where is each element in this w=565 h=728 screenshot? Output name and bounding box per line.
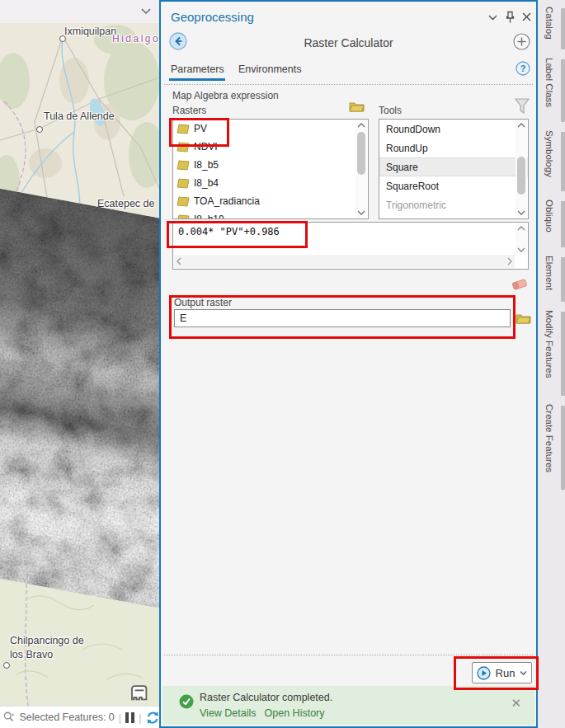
- map-view[interactable]: Ecatepec de los: [0, 23, 159, 706]
- rasters-scrollbar[interactable]: [355, 120, 367, 218]
- raster-item-i8b5[interactable]: I8_b5: [173, 156, 368, 174]
- tool-item-square[interactable]: Square: [379, 157, 528, 176]
- tool-item-rounddown[interactable]: RoundDown: [379, 120, 528, 139]
- section-divider: [164, 84, 533, 85]
- raster-item-toa[interactable]: TOA_radiancia: [173, 192, 368, 210]
- close-panel-icon[interactable]: [521, 12, 532, 22]
- tab-parameters[interactable]: Parameters: [171, 63, 224, 75]
- tab-rail: [561, 406, 565, 490]
- tab-catalog[interactable]: Catalog: [539, 7, 559, 51]
- tools-listbox[interactable]: RoundDown RoundUp Square SquareRoot Trig…: [379, 119, 529, 219]
- tab-obliquo[interactable]: Obliquo: [539, 200, 559, 249]
- pin-icon[interactable]: [505, 11, 516, 24]
- scrollbar-thumb[interactable]: [357, 132, 365, 175]
- expression-vscroll[interactable]: [516, 223, 527, 255]
- map-toolbar-strip: [0, 0, 159, 24]
- run-button[interactable]: Run: [472, 662, 532, 683]
- map-label-tula: Tula de Allende: [44, 110, 115, 122]
- tab-element[interactable]: Element: [539, 256, 559, 303]
- refresh-icon[interactable]: [146, 711, 159, 725]
- map-status-bar: Selected Features: 0 | |: [0, 706, 159, 728]
- scroll-down-icon[interactable]: [356, 209, 366, 216]
- open-history-link[interactable]: Open History: [265, 707, 325, 719]
- raster-shading: [0, 186, 159, 611]
- statusbar-divider: |: [119, 712, 121, 724]
- map-label-ixmiquilpan: Ixmiquilpan: [64, 26, 116, 37]
- scroll-left-icon[interactable]: [176, 256, 182, 266]
- raster-layer-icon: [177, 142, 190, 153]
- tab-rail: [561, 201, 565, 247]
- pause-drawing-icon[interactable]: [125, 712, 134, 723]
- city-marker-tula: [36, 126, 43, 133]
- popup-pane-icon[interactable]: [129, 683, 149, 702]
- add-tool-icon[interactable]: [513, 33, 530, 50]
- footer-divider: [164, 655, 533, 655]
- notification-close-icon[interactable]: ✕: [511, 697, 521, 709]
- raster-layer-icon: [177, 124, 190, 134]
- raster-layer-image: [0, 186, 159, 611]
- rasters-label: Rasters: [172, 105, 206, 116]
- panel-title: Geoprocessing: [171, 10, 254, 24]
- raster-item-i8b4[interactable]: I8_b4: [173, 174, 368, 192]
- explore-magnifier-icon[interactable]: [2, 711, 15, 724]
- arcgis-pro-window: Ecatepec de los: [0, 0, 565, 728]
- scroll-up-icon[interactable]: [356, 122, 366, 129]
- statusbar-divider-2: |: [139, 712, 141, 724]
- map-pane: Ecatepec de los: [0, 0, 159, 728]
- raster-layer-icon: [177, 178, 190, 189]
- tab-rail: [561, 8, 565, 49]
- tab-parameters-underline: [169, 78, 225, 81]
- tab-create-features[interactable]: Create Features: [539, 404, 559, 491]
- view-details-link[interactable]: View Details: [200, 707, 257, 719]
- eraser-icon[interactable]: [510, 276, 530, 292]
- tools-scrollbar[interactable]: [516, 120, 527, 218]
- scroll-down-icon[interactable]: [516, 247, 526, 253]
- tab-environments[interactable]: Environments: [238, 63, 301, 75]
- run-dropdown-chevron-icon[interactable]: [520, 670, 527, 676]
- run-button-label: Run: [496, 667, 516, 679]
- help-icon[interactable]: ?: [516, 61, 530, 76]
- raster-item-partial[interactable]: I8_b10: [173, 210, 368, 219]
- tool-item-squareroot[interactable]: SquareRoot: [379, 176, 528, 195]
- notification-message: Raster Calculator completed.: [200, 692, 332, 703]
- output-browse-folder-icon[interactable]: [516, 312, 531, 324]
- right-tab-strip: Catalog Label Class Symbology Obliquo El…: [538, 0, 565, 728]
- output-raster-label: Output raster: [174, 297, 232, 308]
- raster-item-pv[interactable]: PV: [173, 120, 368, 138]
- scroll-up-icon[interactable]: [516, 122, 526, 129]
- success-check-icon: [179, 694, 194, 709]
- tab-symbology[interactable]: Symbology: [539, 130, 559, 193]
- map-label-hidalgo: Hidalgo: [112, 33, 159, 45]
- geoprocessing-panel: Geoprocessing Raster Calculator Paramete…: [159, 0, 538, 728]
- output-raster-input[interactable]: [174, 309, 511, 327]
- city-marker-ixmiquilpan: [59, 35, 66, 42]
- raster-layer-icon: [177, 196, 190, 207]
- svg-text:?: ?: [520, 63, 526, 73]
- tab-modify-features[interactable]: Modify Features: [539, 310, 559, 397]
- scroll-up-icon[interactable]: [516, 225, 526, 232]
- tools-label: Tools: [379, 105, 402, 116]
- rasters-folder-icon[interactable]: [349, 100, 365, 112]
- tool-category-trigonometric: Trigonometric: [379, 195, 528, 214]
- scroll-right-icon[interactable]: [506, 256, 513, 266]
- expression-input[interactable]: 0.004* "PV"+0.986: [172, 222, 529, 270]
- tool-item-roundup[interactable]: RoundUp: [379, 139, 528, 157]
- map-label-chilpancingo: Chilpancingo de: [10, 635, 84, 646]
- tab-label-class[interactable]: Label Class: [539, 58, 559, 124]
- city-marker-chilpancingo: [3, 662, 10, 669]
- panel-menu-chevron-icon[interactable]: [487, 14, 498, 21]
- expression-text: 0.004* "PV"+0.986: [178, 226, 280, 237]
- selected-features-label: Selected Features: 0: [19, 712, 114, 723]
- chevron-down-icon[interactable]: [140, 7, 152, 16]
- scroll-down-icon[interactable]: [516, 209, 526, 216]
- filter-icon[interactable]: [514, 97, 530, 115]
- expression-hscroll[interactable]: [174, 255, 515, 268]
- run-play-icon: [477, 666, 491, 680]
- tab-rail: [561, 312, 565, 396]
- raster-layer-icon: [177, 214, 190, 220]
- map-algebra-label: Map Algebra expression: [172, 90, 279, 101]
- scrollbar-thumb[interactable]: [517, 157, 525, 195]
- map-label-chilpancingo-line2: los Bravo: [10, 649, 53, 660]
- raster-item-ndvi[interactable]: NDVI: [173, 138, 368, 156]
- rasters-listbox[interactable]: PV NDVI I8_b5 I8_b4 TOA_radianci: [172, 119, 369, 219]
